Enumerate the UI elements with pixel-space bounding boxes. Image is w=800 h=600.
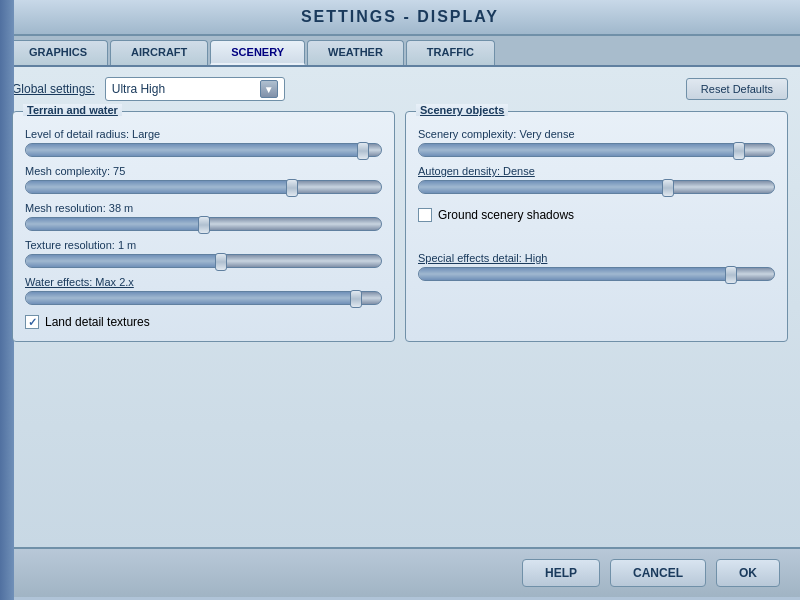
mesh-complexity-slider[interactable] bbox=[25, 180, 382, 194]
panels-row: Terrain and water Level of detail radius… bbox=[12, 111, 788, 342]
special-effects-label: Special effects detail: High bbox=[418, 252, 775, 264]
texture-resolution-setting: Texture resolution: 1 m bbox=[25, 239, 382, 268]
scenery-panel-title: Scenery objects bbox=[416, 104, 508, 116]
bottom-bar: HELP CANCEL OK bbox=[0, 547, 800, 597]
reset-defaults-button[interactable]: Reset Defaults bbox=[686, 78, 788, 100]
water-effects-setting: Water effects: Max 2.x bbox=[25, 276, 382, 305]
mesh-resolution-label: Mesh resolution: 38 m bbox=[25, 202, 382, 214]
tab-aircraft[interactable]: AIRCRAFT bbox=[110, 40, 208, 65]
mesh-resolution-slider[interactable] bbox=[25, 217, 382, 231]
global-settings-value: Ultra High bbox=[112, 82, 260, 96]
land-detail-textures-checkbox[interactable] bbox=[25, 315, 39, 329]
lod-radius-setting: Level of detail radius: Large bbox=[25, 128, 382, 157]
lod-radius-label: Level of detail radius: Large bbox=[25, 128, 382, 140]
scenery-complexity-label: Scenery complexity: Very dense bbox=[418, 128, 775, 140]
texture-resolution-label: Texture resolution: 1 m bbox=[25, 239, 382, 251]
mesh-complexity-label: Mesh complexity: 75 bbox=[25, 165, 382, 177]
mesh-complexity-setting: Mesh complexity: 75 bbox=[25, 165, 382, 194]
autogen-density-slider[interactable] bbox=[418, 180, 775, 194]
tab-graphics[interactable]: GRAPHICS bbox=[8, 40, 108, 65]
autogen-density-setting: Autogen density: Dense bbox=[418, 165, 775, 194]
special-effects-setting: Special effects detail: High bbox=[418, 252, 775, 281]
cancel-button[interactable]: CANCEL bbox=[610, 559, 706, 587]
water-effects-label: Water effects: Max 2.x bbox=[25, 276, 382, 288]
land-detail-textures-row: Land detail textures bbox=[25, 315, 382, 329]
autogen-density-label: Autogen density: Dense bbox=[418, 165, 775, 177]
ground-shadows-checkbox[interactable] bbox=[418, 208, 432, 222]
scenery-objects-panel: Scenery objects Scenery complexity: Very… bbox=[405, 111, 788, 342]
tab-weather[interactable]: WEATHER bbox=[307, 40, 404, 65]
lod-radius-slider[interactable] bbox=[25, 143, 382, 157]
terrain-panel: Terrain and water Level of detail radius… bbox=[12, 111, 395, 342]
title-bar: SETTINGS - DISPLAY bbox=[0, 0, 800, 36]
tab-traffic[interactable]: TRAFFIC bbox=[406, 40, 495, 65]
scenery-complexity-slider[interactable] bbox=[418, 143, 775, 157]
texture-resolution-slider[interactable] bbox=[25, 254, 382, 268]
main-content: Global settings: Ultra High ▼ Reset Defa… bbox=[0, 67, 800, 547]
mesh-resolution-setting: Mesh resolution: 38 m bbox=[25, 202, 382, 231]
scenery-complexity-setting: Scenery complexity: Very dense bbox=[418, 128, 775, 157]
ground-shadows-label: Ground scenery shadows bbox=[438, 208, 574, 222]
ok-button[interactable]: OK bbox=[716, 559, 780, 587]
tab-bar: GRAPHICS AIRCRAFT SCENERY WEATHER TRAFFI… bbox=[0, 36, 800, 67]
global-settings-label: Global settings: bbox=[12, 82, 95, 96]
ground-shadows-row: Ground scenery shadows bbox=[418, 208, 775, 222]
global-settings-dropdown[interactable]: Ultra High ▼ bbox=[105, 77, 285, 101]
help-button[interactable]: HELP bbox=[522, 559, 600, 587]
water-effects-slider[interactable] bbox=[25, 291, 382, 305]
special-effects-slider[interactable] bbox=[418, 267, 775, 281]
global-settings-row: Global settings: Ultra High ▼ Reset Defa… bbox=[12, 77, 788, 101]
dropdown-arrow-icon[interactable]: ▼ bbox=[260, 80, 278, 98]
tab-scenery[interactable]: SCENERY bbox=[210, 40, 305, 65]
terrain-panel-title: Terrain and water bbox=[23, 104, 122, 116]
title-text: SETTINGS - DISPLAY bbox=[301, 8, 499, 25]
land-detail-textures-label: Land detail textures bbox=[45, 315, 150, 329]
